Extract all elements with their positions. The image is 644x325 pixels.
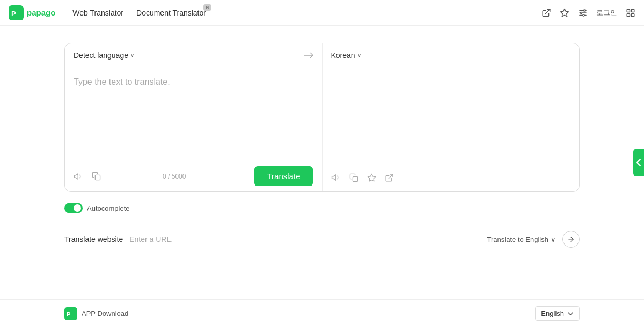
- swap-button[interactable]: [304, 51, 313, 59]
- char-count: 0 / 5000: [163, 173, 186, 180]
- nav-links: Web Translator Document Translator N: [68, 6, 210, 19]
- translate-to-selector[interactable]: Translate to English ∨: [487, 235, 556, 243]
- target-panel: Korean ∨: [323, 43, 580, 191]
- source-panel-header: Detect language ∨: [65, 43, 322, 67]
- source-copy-icon[interactable]: [92, 172, 101, 181]
- target-lang-chevron: ∨: [357, 52, 361, 58]
- footer-app-icon: P: [64, 307, 77, 320]
- logo-area: P papago: [9, 5, 55, 20]
- svg-text:P: P: [11, 10, 16, 18]
- papago-logo: P: [9, 5, 24, 20]
- svg-marker-14: [75, 173, 78, 179]
- source-volume-icon[interactable]: [74, 172, 83, 181]
- toggle-knob: [74, 204, 81, 212]
- logo-text: papago: [27, 8, 55, 17]
- source-panel-body: [65, 67, 322, 161]
- target-lang-selector[interactable]: Korean ∨: [331, 51, 361, 60]
- source-panel-icons: [74, 172, 101, 181]
- target-lang-label: Korean: [331, 51, 355, 60]
- svg-marker-18: [368, 174, 375, 181]
- website-translator-label: Translate website: [64, 235, 123, 243]
- url-input[interactable]: [129, 232, 480, 247]
- sidebar-toggle-button[interactable]: [633, 149, 644, 176]
- main-content: Detect language ∨: [0, 26, 644, 299]
- apps-icon[interactable]: [626, 8, 635, 18]
- footer-lang-chevron: [567, 311, 574, 317]
- translate-to-label: Translate to English: [487, 235, 548, 243]
- source-panel-footer: 0 / 5000 Translate: [65, 161, 322, 191]
- autocomplete-toggle[interactable]: [64, 203, 83, 213]
- source-text-input[interactable]: [74, 76, 313, 151]
- source-lang-selector[interactable]: Detect language ∨: [74, 51, 134, 60]
- svg-marker-16: [332, 175, 335, 181]
- header: P papago Web Translator Document Transla…: [0, 0, 644, 26]
- footer-lang-label: English: [541, 309, 564, 317]
- source-lang-label: Detect language: [74, 51, 128, 60]
- nav-document-translator[interactable]: Document Translator N: [132, 6, 210, 19]
- svg-line-19: [389, 174, 393, 179]
- target-share-icon[interactable]: [385, 173, 394, 182]
- autocomplete-label: Autocomplete: [87, 204, 130, 212]
- translate-to-chevron: ∨: [551, 235, 556, 243]
- sliders-icon[interactable]: [578, 8, 588, 18]
- autocomplete-row: Autocomplete: [64, 203, 580, 213]
- svg-point-7: [584, 10, 586, 11]
- target-copy-icon[interactable]: [349, 173, 358, 182]
- svg-rect-15: [95, 175, 100, 180]
- nav-web-translator[interactable]: Web Translator: [68, 6, 128, 19]
- svg-text:P: P: [67, 311, 70, 317]
- svg-marker-3: [561, 9, 569, 16]
- target-panel-icons: [331, 173, 394, 182]
- footer-lang-select[interactable]: English: [535, 306, 580, 321]
- website-translate-go-button[interactable]: [562, 231, 580, 248]
- source-lang-chevron: ∨: [130, 52, 134, 58]
- footer: P APP Download English: [0, 299, 644, 325]
- target-star-icon[interactable]: [367, 173, 376, 182]
- svg-rect-10: [627, 9, 630, 12]
- target-panel-footer: [323, 164, 580, 191]
- source-panel: Detect language ∨: [65, 43, 323, 191]
- svg-point-8: [581, 12, 582, 13]
- translate-button[interactable]: Translate: [254, 166, 313, 186]
- footer-app-download[interactable]: P APP Download: [64, 307, 128, 320]
- svg-rect-11: [632, 9, 634, 12]
- target-panel-header: Korean ∨: [323, 43, 580, 67]
- footer-app-label: APP Download: [82, 309, 128, 317]
- svg-point-9: [583, 14, 584, 16]
- header-actions: 로그인: [541, 8, 635, 18]
- translator-container: Detect language ∨: [64, 43, 580, 192]
- svg-rect-12: [627, 13, 630, 16]
- share-icon[interactable]: [541, 8, 551, 18]
- target-panel-body: [323, 67, 580, 164]
- bookmark-icon[interactable]: [560, 8, 569, 18]
- nav-badge: N: [203, 4, 211, 11]
- website-translator: Translate website Translate to English ∨: [64, 231, 580, 248]
- svg-rect-13: [632, 13, 634, 16]
- target-volume-icon[interactable]: [331, 173, 341, 182]
- svg-line-2: [546, 9, 550, 13]
- login-button[interactable]: 로그인: [596, 8, 617, 18]
- svg-rect-17: [353, 176, 357, 181]
